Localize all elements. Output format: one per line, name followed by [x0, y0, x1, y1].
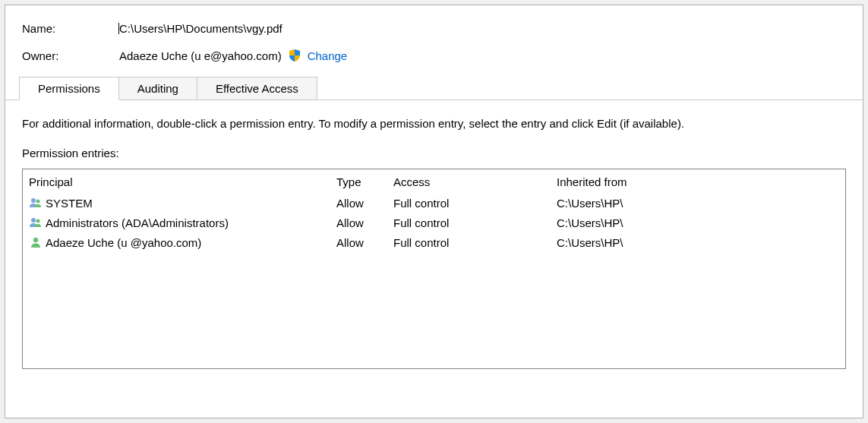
- principal-text: SYSTEM: [46, 197, 93, 210]
- tab-auditing[interactable]: Auditing: [119, 77, 197, 100]
- col-header-principal[interactable]: Principal: [29, 175, 336, 188]
- svg-point-3: [36, 219, 40, 223]
- owner-value: Adaeze Uche (u e@yahoo.com): [119, 49, 282, 62]
- cell-inherited: C:\Users\HP\: [557, 236, 839, 249]
- group-icon: [29, 216, 43, 229]
- tab-effective-access[interactable]: Effective Access: [197, 77, 317, 100]
- owner-label: Owner:: [22, 49, 119, 62]
- col-header-type[interactable]: Type: [336, 175, 393, 188]
- cell-principal: SYSTEM: [29, 196, 336, 210]
- owner-line: Adaeze Uche (u e@yahoo.com) Change: [119, 49, 347, 62]
- cell-principal: Administrators (ADA\Administrators): [29, 216, 336, 229]
- name-label: Name:: [22, 22, 119, 35]
- change-owner-link[interactable]: Change: [308, 49, 348, 62]
- svg-point-1: [36, 200, 40, 204]
- table-row[interactable]: Adaeze Uche (u @yahoo.com) Allow Full co…: [23, 232, 845, 252]
- table-row[interactable]: SYSTEM Allow Full control C:\Users\HP\: [23, 193, 845, 213]
- table-header: Principal Type Access Inherited from: [23, 169, 845, 193]
- cell-principal: Adaeze Uche (u @yahoo.com): [29, 235, 336, 249]
- permissions-content: For additional information, double-click…: [19, 100, 849, 369]
- security-panel: Name: C:\Users\HP\Documents\vgy.pdf Owne…: [5, 5, 863, 418]
- tab-strip: Permissions Auditing Effective Access: [19, 76, 849, 99]
- svg-point-2: [31, 218, 36, 223]
- help-text: For additional information, double-click…: [22, 117, 846, 130]
- cell-type: Allow: [336, 197, 393, 210]
- user-icon: [29, 235, 43, 249]
- tab-permissions[interactable]: Permissions: [19, 77, 119, 100]
- entries-label: Permission entries:: [22, 147, 846, 159]
- principal-text: Administrators (ADA\Administrators): [46, 216, 229, 229]
- cell-access: Full control: [393, 236, 557, 249]
- name-row: Name: C:\Users\HP\Documents\vgy.pdf: [19, 22, 849, 35]
- name-value: C:\Users\HP\Documents\vgy.pdf: [119, 22, 282, 35]
- col-header-inherited[interactable]: Inherited from: [557, 175, 839, 188]
- col-header-access[interactable]: Access: [393, 175, 557, 188]
- owner-row: Owner: Adaeze Uche (u e@yahoo.com) Chang…: [19, 49, 849, 62]
- table-row[interactable]: Administrators (ADA\Administrators) Allo…: [23, 213, 845, 232]
- cell-inherited: C:\Users\HP\: [557, 197, 839, 210]
- shield-icon: [288, 49, 301, 62]
- principal-text: Adaeze Uche (u @yahoo.com): [46, 236, 201, 249]
- cell-type: Allow: [336, 216, 393, 229]
- svg-point-4: [33, 238, 38, 242]
- cell-type: Allow: [336, 236, 393, 249]
- tab-separator: [5, 99, 863, 100]
- cell-access: Full control: [393, 216, 557, 229]
- window-frame: Name: C:\Users\HP\Documents\vgy.pdf Owne…: [0, 0, 868, 423]
- cell-access: Full control: [393, 197, 557, 210]
- svg-point-0: [31, 198, 36, 203]
- group-icon: [29, 196, 43, 210]
- cell-inherited: C:\Users\HP\: [557, 216, 839, 229]
- permission-entries-table[interactable]: Principal Type Access Inherited from: [22, 169, 846, 369]
